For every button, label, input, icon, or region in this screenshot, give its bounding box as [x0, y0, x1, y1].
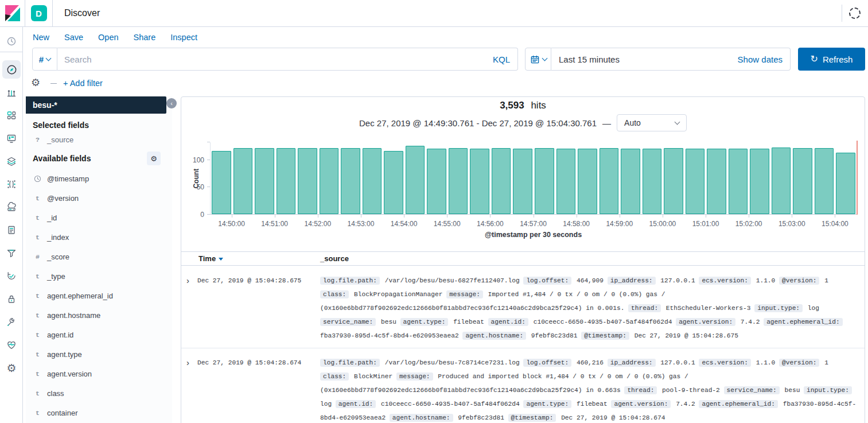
histogram-bar[interactable]: [254, 142, 275, 214]
discover-app-badge[interactable]: D: [31, 5, 47, 21]
histogram-bar[interactable]: [727, 142, 749, 214]
date-quick-select-button[interactable]: [525, 48, 551, 71]
field-type-icon: t: [33, 234, 42, 241]
field-item-@timestamp[interactable]: @timestamp: [26, 169, 172, 188]
histogram-bar[interactable]: [426, 142, 447, 214]
histogram-bar[interactable]: [383, 142, 404, 214]
show-dates-button[interactable]: Show dates: [738, 55, 783, 64]
sort-descending-icon[interactable]: [219, 258, 223, 261]
field-key-badge: agent.hostname:: [462, 332, 526, 340]
nav-discover-icon[interactable]: [2, 60, 21, 79]
field-type-icon: t: [33, 214, 42, 222]
histogram-bar[interactable]: [706, 142, 727, 214]
time-range-picker[interactable]: Last 15 minutes Show dates: [551, 48, 791, 71]
field-key-badge: service_name:: [724, 386, 780, 394]
nav-management-icon[interactable]: ⚙: [0, 359, 23, 377]
interval-select[interactable]: Auto: [617, 114, 687, 131]
x-tick-label: 15:04:00: [822, 220, 848, 228]
histogram-bar[interactable]: [684, 142, 706, 214]
nav-monitoring-icon[interactable]: [0, 336, 23, 354]
nav-devtools-icon[interactable]: [0, 313, 23, 331]
field-item-_id[interactable]: t_id: [26, 208, 172, 227]
table-row[interactable]: ›Dec 27, 2019 @ 15:04:28.675log.file.pat…: [181, 266, 865, 348]
x-tick-label: 14:56:00: [477, 220, 504, 228]
histogram-bar[interactable]: [361, 142, 383, 214]
histogram-bar[interactable]: [447, 142, 469, 214]
nav-apm-icon[interactable]: [0, 244, 23, 262]
histogram-bar[interactable]: [534, 142, 555, 214]
expand-row-icon[interactable]: ›: [186, 356, 197, 423]
field-item-@version[interactable]: t@version: [26, 188, 172, 208]
histogram-bar[interactable]: [404, 142, 426, 214]
field-item-agent.type[interactable]: tagent.type: [26, 344, 172, 364]
menu-share[interactable]: Share: [134, 33, 156, 42]
histogram-bar[interactable]: [749, 142, 770, 214]
histogram-bar[interactable]: [318, 142, 340, 214]
field-item-agent.ephemeral_id[interactable]: tagent.ephemeral_id: [26, 286, 172, 305]
field-item-class[interactable]: tclass: [26, 383, 172, 403]
histogram-bar[interactable]: [275, 142, 297, 214]
search-input[interactable]: [57, 55, 485, 64]
histogram-bar[interactable]: [491, 142, 512, 214]
refresh-button[interactable]: ↻ Refresh: [798, 48, 865, 71]
histogram-bar[interactable]: [469, 142, 491, 214]
discover-results-panel: 3,593 hits Dec 27, 2019 @ 14:49:30.761 -…: [181, 96, 865, 423]
query-filter-button[interactable]: #: [32, 48, 57, 71]
refresh-icon: ↻: [811, 55, 818, 64]
field-item-_index[interactable]: t_index: [26, 227, 172, 247]
nav-infrastructure-icon[interactable]: [0, 198, 23, 216]
histogram-bar[interactable]: [211, 142, 232, 214]
nav-ml-icon[interactable]: [0, 175, 23, 193]
nav-siem-icon[interactable]: [0, 290, 23, 308]
histogram-bar[interactable]: [835, 142, 857, 214]
field-item-agent.hostname[interactable]: tagent.hostname: [26, 305, 172, 325]
field-key-badge: ecs.version:: [699, 359, 751, 367]
menu-open[interactable]: Open: [98, 33, 118, 42]
collapse-sidebar-button[interactable]: ‹: [166, 98, 177, 108]
query-language-button[interactable]: KQL: [485, 55, 517, 64]
field-settings-gear-icon[interactable]: ⚙: [147, 152, 161, 165]
field-item-container[interactable]: tcontainer: [26, 403, 172, 422]
histogram-bar[interactable]: [297, 142, 318, 214]
menu-inspect[interactable]: Inspect: [170, 33, 197, 42]
row-source: log.file.path: /var/log/besu/besu-6827fe…: [320, 274, 861, 343]
histogram-bar[interactable]: [555, 142, 577, 214]
index-pattern-selector[interactable]: besu-*: [26, 96, 166, 114]
histogram-bar[interactable]: [770, 142, 792, 214]
histogram-bar[interactable]: [598, 142, 620, 214]
histogram-bar[interactable]: [641, 142, 663, 214]
nav-dashboard-icon[interactable]: [0, 106, 23, 125]
help-icon[interactable]: [849, 7, 861, 19]
calendar-icon: [530, 55, 540, 64]
field-item-_type[interactable]: t_type: [26, 266, 172, 286]
menu-save[interactable]: Save: [64, 33, 83, 42]
add-filter-button[interactable]: + Add filter: [63, 79, 103, 88]
recent-icon[interactable]: [0, 32, 23, 51]
histogram-bar[interactable]: [340, 142, 361, 214]
nav-logs-icon[interactable]: [0, 221, 23, 239]
field-item-_source[interactable]: ?_source: [26, 131, 172, 148]
expand-row-icon[interactable]: ›: [186, 274, 197, 343]
nav-maps-icon[interactable]: [0, 152, 23, 170]
histogram-bar[interactable]: [512, 142, 534, 214]
time-range-label[interactable]: Last 15 minutes: [559, 55, 620, 64]
field-item-agent.id[interactable]: tagent.id: [26, 325, 172, 344]
histogram-bar[interactable]: [620, 142, 641, 214]
field-item-_score[interactable]: #_score: [26, 247, 172, 266]
nav-uptime-icon[interactable]: [0, 267, 23, 285]
histogram-bar[interactable]: [792, 142, 813, 214]
nav-canvas-icon[interactable]: [0, 129, 23, 148]
selected-fields-list: ?_source: [26, 131, 172, 148]
nav-visualize-icon[interactable]: [0, 83, 23, 102]
histogram-bar[interactable]: [813, 142, 835, 214]
table-row[interactable]: ›Dec 27, 2019 @ 15:04:28.674log.file.pat…: [181, 348, 865, 423]
histogram-bar[interactable]: [232, 142, 254, 214]
table-header: Time _source: [181, 251, 865, 266]
filter-options-gear-icon[interactable]: ⚙: [31, 76, 40, 89]
histogram-bar[interactable]: [577, 142, 598, 214]
histogram-bar[interactable]: [663, 142, 684, 214]
menu-new[interactable]: New: [33, 33, 49, 42]
time-column-header[interactable]: Time: [198, 254, 320, 263]
field-item-agent.version[interactable]: tagent.version: [26, 364, 172, 383]
kibana-logo[interactable]: [0, 0, 25, 26]
